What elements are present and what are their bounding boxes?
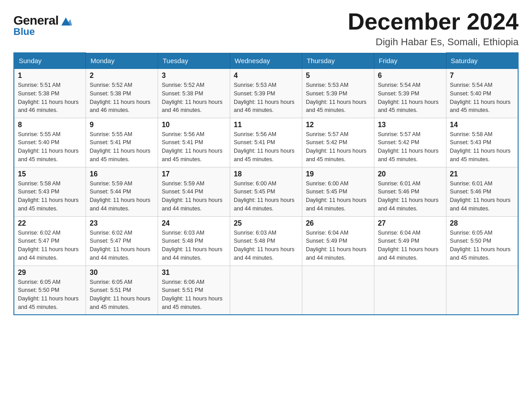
- table-row: 1Sunrise: 5:51 AMSunset: 5:38 PMDaylight…: [14, 68, 86, 118]
- day-info: Sunrise: 6:05 AMSunset: 5:50 PMDaylight:…: [450, 229, 514, 262]
- day-number: 12: [306, 121, 370, 129]
- table-row: 31Sunrise: 6:06 AMSunset: 5:51 PMDayligh…: [158, 265, 230, 315]
- day-info: Sunrise: 5:56 AMSunset: 5:41 PMDaylight:…: [234, 130, 298, 164]
- day-info: Sunrise: 5:56 AMSunset: 5:41 PMDaylight:…: [162, 130, 226, 164]
- table-row: 26Sunrise: 6:04 AMSunset: 5:49 PMDayligh…: [302, 216, 374, 265]
- calendar-week-row: 1Sunrise: 5:51 AMSunset: 5:38 PMDaylight…: [14, 68, 518, 118]
- day-info: Sunrise: 6:02 AMSunset: 5:47 PMDaylight:…: [90, 229, 154, 262]
- day-number: 20: [378, 170, 442, 178]
- day-number: 31: [162, 269, 226, 277]
- day-info: Sunrise: 6:01 AMSunset: 5:46 PMDaylight:…: [450, 180, 514, 213]
- table-row: [374, 265, 446, 315]
- day-number: 27: [378, 219, 442, 227]
- table-row: 27Sunrise: 6:04 AMSunset: 5:49 PMDayligh…: [374, 216, 446, 265]
- day-number: 25: [234, 219, 298, 227]
- col-wednesday: Wednesday: [230, 53, 302, 68]
- day-number: 9: [90, 121, 154, 129]
- day-info: Sunrise: 5:57 AMSunset: 5:42 PMDaylight:…: [378, 130, 442, 164]
- table-row: 10Sunrise: 5:56 AMSunset: 5:41 PMDayligh…: [158, 118, 230, 167]
- day-info: Sunrise: 6:00 AMSunset: 5:45 PMDaylight:…: [234, 180, 298, 213]
- table-row: 25Sunrise: 6:03 AMSunset: 5:48 PMDayligh…: [230, 216, 302, 265]
- page-header: General Blue December 2024 Digih Habar E…: [13, 9, 519, 48]
- day-number: 11: [234, 121, 298, 129]
- day-number: 5: [306, 72, 370, 80]
- table-row: 3Sunrise: 5:52 AMSunset: 5:38 PMDaylight…: [158, 68, 230, 118]
- table-row: 15Sunrise: 5:58 AMSunset: 5:43 PMDayligh…: [14, 167, 86, 216]
- table-row: 20Sunrise: 6:01 AMSunset: 5:46 PMDayligh…: [374, 167, 446, 216]
- day-info: Sunrise: 6:01 AMSunset: 5:46 PMDaylight:…: [378, 180, 442, 213]
- day-number: 28: [450, 219, 514, 227]
- table-row: 2Sunrise: 5:52 AMSunset: 5:38 PMDaylight…: [86, 68, 158, 118]
- day-info: Sunrise: 6:04 AMSunset: 5:49 PMDaylight:…: [306, 229, 370, 262]
- day-info: Sunrise: 5:58 AMSunset: 5:43 PMDaylight:…: [450, 130, 514, 164]
- table-row: 19Sunrise: 6:00 AMSunset: 5:45 PMDayligh…: [302, 167, 374, 216]
- table-row: 5Sunrise: 5:53 AMSunset: 5:39 PMDaylight…: [302, 68, 374, 118]
- day-info: Sunrise: 5:52 AMSunset: 5:38 PMDaylight:…: [162, 81, 226, 115]
- table-row: 11Sunrise: 5:56 AMSunset: 5:41 PMDayligh…: [230, 118, 302, 167]
- table-row: 30Sunrise: 6:05 AMSunset: 5:51 PMDayligh…: [86, 265, 158, 315]
- day-info: Sunrise: 5:58 AMSunset: 5:43 PMDaylight:…: [18, 180, 82, 213]
- day-number: 23: [90, 219, 154, 227]
- table-row: [302, 265, 374, 315]
- table-row: [446, 265, 518, 315]
- table-row: 6Sunrise: 5:54 AMSunset: 5:39 PMDaylight…: [374, 68, 446, 118]
- day-info: Sunrise: 6:00 AMSunset: 5:45 PMDaylight:…: [306, 180, 370, 213]
- location-title: Digih Habar Es, Somali, Ethiopia: [348, 36, 519, 48]
- day-info: Sunrise: 6:05 AMSunset: 5:51 PMDaylight:…: [90, 278, 154, 312]
- calendar-header-row: Sunday Monday Tuesday Wednesday Thursday…: [14, 53, 518, 68]
- table-row: 8Sunrise: 5:55 AMSunset: 5:40 PMDaylight…: [14, 118, 86, 167]
- table-row: 9Sunrise: 5:55 AMSunset: 5:41 PMDaylight…: [86, 118, 158, 167]
- table-row: 16Sunrise: 5:59 AMSunset: 5:44 PMDayligh…: [86, 167, 158, 216]
- table-row: 23Sunrise: 6:02 AMSunset: 5:47 PMDayligh…: [86, 216, 158, 265]
- table-row: 21Sunrise: 6:01 AMSunset: 5:46 PMDayligh…: [446, 167, 518, 216]
- col-saturday: Saturday: [446, 53, 518, 68]
- day-number: 24: [162, 219, 226, 227]
- day-info: Sunrise: 5:51 AMSunset: 5:38 PMDaylight:…: [18, 81, 82, 115]
- day-number: 10: [162, 121, 226, 129]
- day-info: Sunrise: 5:55 AMSunset: 5:41 PMDaylight:…: [90, 130, 154, 164]
- day-number: 19: [306, 170, 370, 178]
- table-row: 29Sunrise: 6:05 AMSunset: 5:50 PMDayligh…: [14, 265, 86, 315]
- day-info: Sunrise: 5:54 AMSunset: 5:39 PMDaylight:…: [378, 81, 442, 115]
- day-number: 3: [162, 72, 226, 80]
- logo-triangle-icon: [60, 15, 72, 27]
- day-number: 6: [378, 72, 442, 80]
- logo: General Blue: [13, 13, 72, 38]
- calendar-week-row: 29Sunrise: 6:05 AMSunset: 5:50 PMDayligh…: [14, 265, 518, 315]
- table-row: 12Sunrise: 5:57 AMSunset: 5:42 PMDayligh…: [302, 118, 374, 167]
- day-number: 1: [18, 72, 82, 80]
- day-number: 8: [18, 121, 82, 129]
- day-info: Sunrise: 5:53 AMSunset: 5:39 PMDaylight:…: [306, 81, 370, 115]
- table-row: 4Sunrise: 5:53 AMSunset: 5:39 PMDaylight…: [230, 68, 302, 118]
- calendar-table: Sunday Monday Tuesday Wednesday Thursday…: [13, 52, 519, 315]
- day-number: 22: [18, 219, 82, 227]
- table-row: 13Sunrise: 5:57 AMSunset: 5:42 PMDayligh…: [374, 118, 446, 167]
- day-info: Sunrise: 5:59 AMSunset: 5:44 PMDaylight:…: [90, 180, 154, 213]
- table-row: 18Sunrise: 6:00 AMSunset: 5:45 PMDayligh…: [230, 167, 302, 216]
- day-number: 26: [306, 219, 370, 227]
- table-row: 28Sunrise: 6:05 AMSunset: 5:50 PMDayligh…: [446, 216, 518, 265]
- col-monday: Monday: [86, 53, 158, 68]
- day-info: Sunrise: 6:06 AMSunset: 5:51 PMDaylight:…: [162, 278, 226, 312]
- day-number: 4: [234, 72, 298, 80]
- col-sunday: Sunday: [14, 53, 86, 68]
- day-info: Sunrise: 6:04 AMSunset: 5:49 PMDaylight:…: [378, 229, 442, 262]
- day-number: 18: [234, 170, 298, 178]
- col-thursday: Thursday: [302, 53, 374, 68]
- day-number: 7: [450, 72, 514, 80]
- calendar-week-row: 8Sunrise: 5:55 AMSunset: 5:40 PMDaylight…: [14, 118, 518, 167]
- col-friday: Friday: [374, 53, 446, 68]
- day-number: 2: [90, 72, 154, 80]
- table-row: 22Sunrise: 6:02 AMSunset: 5:47 PMDayligh…: [14, 216, 86, 265]
- table-row: [230, 265, 302, 315]
- table-row: 7Sunrise: 5:54 AMSunset: 5:40 PMDaylight…: [446, 68, 518, 118]
- table-row: 24Sunrise: 6:03 AMSunset: 5:48 PMDayligh…: [158, 216, 230, 265]
- title-section: December 2024 Digih Habar Es, Somali, Et…: [348, 9, 519, 48]
- day-number: 14: [450, 121, 514, 129]
- day-info: Sunrise: 5:53 AMSunset: 5:39 PMDaylight:…: [234, 81, 298, 115]
- day-info: Sunrise: 5:54 AMSunset: 5:40 PMDaylight:…: [450, 81, 514, 115]
- day-info: Sunrise: 6:05 AMSunset: 5:50 PMDaylight:…: [18, 278, 82, 312]
- day-number: 30: [90, 269, 154, 277]
- day-info: Sunrise: 5:57 AMSunset: 5:42 PMDaylight:…: [306, 130, 370, 164]
- month-title: December 2024: [348, 9, 519, 34]
